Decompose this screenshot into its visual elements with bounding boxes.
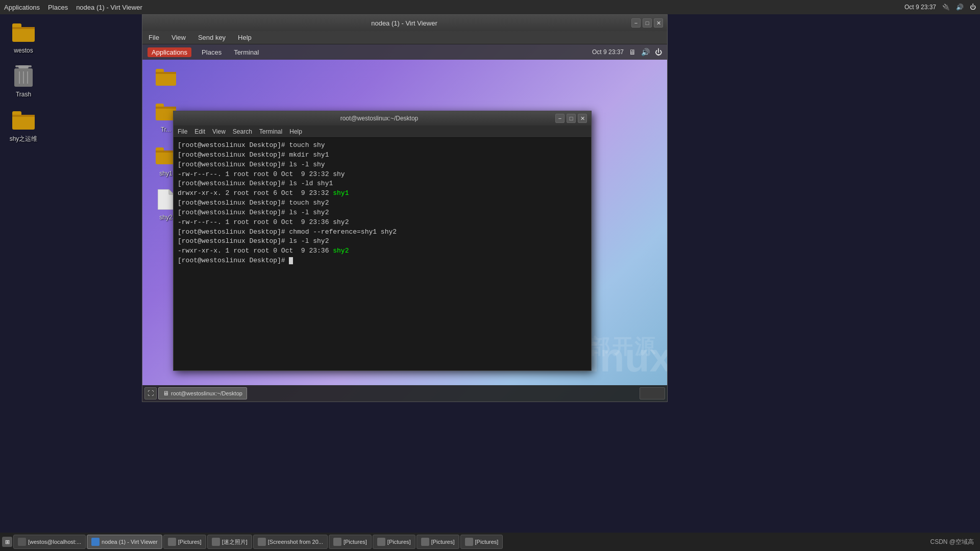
taskbar-btn-screenshot-label: [Screenshot from 20... [268,539,323,545]
taskbar-btn-pictures2[interactable]: [Pictures] [329,535,372,549]
taskbar-btn-localhost[interactable]: [westos@localhost:... [13,535,86,549]
terminal-titlebar[interactable]: root@westoslinux:~/Desktop − □ ✕ [174,111,591,126]
virt-menu-sendkey[interactable]: Send key [196,33,228,42]
virt-menu-file[interactable]: File [146,33,161,42]
guest-bottombar: ⛶ 🖥 root@westoslinux:~/Desktop [142,385,667,402]
taskbar-btn-pictures4-label: [Pictures] [431,539,455,545]
guest-topbar-right: Oct 9 23:37 🖥 🔊 ⏻ [592,48,662,56]
host-desktop: Applications Places nodea (1) - Virt Vie… [0,0,980,551]
virt-maximize-button[interactable]: □ [643,18,652,28]
virt-menu-view[interactable]: View [169,33,188,42]
guest-apps-label: Applications [152,48,187,56]
guest-terminal-task[interactable]: 🖥 root@westoslinux:~/Desktop [158,387,247,399]
host-applications-menu[interactable]: Applications [4,4,40,11]
taskbar-btn-virt-label: nodea (1) - Virt Viewer [102,539,158,545]
taskbar-btn-screenshot[interactable]: [Screenshot from 20... [253,535,328,549]
term-menu-help[interactable]: Help [289,128,302,135]
taskbar-btn-zy-photos[interactable]: [迷之照片] [207,535,252,549]
guest-folder-top-icon [154,65,178,89]
host-volume-icon: 🔊 [956,4,964,11]
shy-folder-icon [11,108,36,133]
host-power-icon[interactable]: ⏻ [970,4,976,11]
host-topbar-right: Oct 9 23:37 🔌 🔊 ⏻ [904,4,976,11]
desktop-icon-shy-maintenance[interactable]: shy之运维 [5,108,42,143]
terminal-close-button[interactable]: ✕ [578,114,587,123]
taskbar-btn-virt-viewer[interactable]: nodea (1) - Virt Viewer [87,535,162,549]
guest-icon-folder-top[interactable] [148,65,184,89]
guest-file-shy2-label: shy2 [159,214,172,221]
virt-menu-help[interactable]: Help [236,33,254,42]
guest-terminal-menu[interactable]: Terminal [232,47,261,57]
westos-icon-label: westos [14,47,33,54]
taskbar-btn-pictures4[interactable]: [Pictures] [416,535,459,549]
terminal-taskbar-icon [18,538,26,546]
guest-folder-shy1-label: shy1 [159,170,172,177]
taskbar-btn-pictures5[interactable]: [Pictures] [460,535,503,549]
virt-titlebar[interactable]: nodea (1) - Virt Viewer − □ ✕ [142,15,667,31]
guest-terminal-task-label: root@westoslinux:~/Desktop [171,390,242,396]
terminal-line-12: -rwxr-xr-x. 1 root root 0 Oct 9 23:36 sh… [178,246,587,256]
terminal-line-6: drwxr-xr-x. 2 root root 6 Oct 9 23:32 sh… [178,189,587,198]
guest-datetime: Oct 9 23:37 [592,48,624,56]
terminal-maximize-button[interactable]: □ [567,114,576,123]
pictures1-taskbar-icon [168,538,176,546]
terminal-window-title: root@westoslinux:~/Desktop [203,115,555,122]
terminal-minimize-button[interactable]: − [555,114,565,123]
svg-rect-4 [18,65,29,68]
westos-folder-icon [11,20,36,45]
desktop-icon-trash[interactable]: Trash [5,64,42,98]
terminal-line-13[interactable]: [root@westoslinux Desktop]# [178,256,587,266]
host-bottombar: ⊞ [westos@localhost:... nodea (1) - Virt… [0,533,980,551]
svg-rect-2 [12,27,35,29]
term-menu-search[interactable]: Search [233,128,252,135]
terminal-line-9: -rw-r--r--. 1 root root 0 Oct 9 23:36 sh… [178,218,587,228]
guest-topbar-left: Applications Places Terminal [148,47,261,57]
terminal-line-3: [root@westoslinux Desktop]# ls -l shy [178,160,587,170]
guest-expand-button[interactable]: ⛶ [144,387,157,399]
guest-volume-icon: 🔊 [641,48,650,56]
virt-minimize-button[interactable]: − [631,18,641,28]
terminal-line-7: [root@westoslinux Desktop]# touch shy2 [178,198,587,208]
zy-photos-taskbar-icon [212,538,220,546]
terminal-line-11: [root@westoslinux Desktop]# ls -l shy2 [178,237,587,246]
taskbar-btn-pictures3[interactable]: [Pictures] [373,535,415,549]
host-places-menu[interactable]: Places [48,4,68,11]
taskbar-btn-zy-photos-label: [迷之照片] [222,538,248,546]
host-window-title-menu[interactable]: nodea (1) - Virt Viewer [76,4,142,11]
taskbar-btn-pictures2-label: [Pictures] [344,539,367,545]
term-menu-terminal[interactable]: Terminal [259,128,282,135]
guest-applications-menu[interactable]: Applications [148,47,191,57]
term-menu-file[interactable]: File [178,128,187,135]
terminal-window: root@westoslinux:~/Desktop − □ ✕ File Ed… [173,111,592,371]
terminal-line-4: -rw-r--r--. 1 root root 0 Oct 9 23:32 sh… [178,170,587,180]
terminal-body[interactable]: [root@westoslinux Desktop]# touch shy [r… [174,138,591,370]
shy-maintenance-icon-label: shy之运维 [10,135,38,143]
taskbar-btn-pictures5-label: [Pictures] [475,539,499,545]
term-menu-view[interactable]: View [212,128,226,135]
guest-power-icon[interactable]: ⏻ [655,48,662,56]
pictures5-taskbar-icon [465,538,473,546]
desktop-icon-westos[interactable]: westos [5,20,42,54]
term-menu-edit[interactable]: Edit [194,128,205,135]
virt-win-controls: − □ ✕ [631,18,663,28]
taskbar-btn-pictures1[interactable]: [Pictures] [163,535,206,549]
pictures2-taskbar-icon [333,538,341,546]
virt-viewer-taskbar-icon [91,538,100,546]
terminal-line-5: [root@westoslinux Desktop]# ls -ld shy1 [178,179,587,189]
host-desktop-icons: westos Trash [5,20,42,143]
taskbar-btn-localhost-label: [westos@localhost:... [28,539,81,545]
taskbar-btn-pictures1-label: [Pictures] [178,539,202,545]
terminal-line-1: [root@westoslinux Desktop]# touch shy [178,141,587,151]
svg-rect-9 [12,115,35,130]
terminal-icon: 🖥 [163,390,169,397]
host-apps-icon[interactable]: ⊞ [2,537,12,547]
virt-menubar: File View Send key Help [142,31,667,44]
virt-close-button[interactable]: ✕ [654,18,663,28]
guest-network-icon: 🖥 [629,48,636,56]
trash-icon-label: Trash [16,91,31,98]
guest-topbar: Applications Places Terminal Oct 9 23:37… [142,44,667,60]
guest-places-menu[interactable]: Places [200,47,224,57]
terminal-win-controls: − □ ✕ [555,114,587,123]
taskbar-btn-pictures3-label: [Pictures] [387,539,411,545]
csdn-label: CSDN @空域高 [930,538,978,546]
